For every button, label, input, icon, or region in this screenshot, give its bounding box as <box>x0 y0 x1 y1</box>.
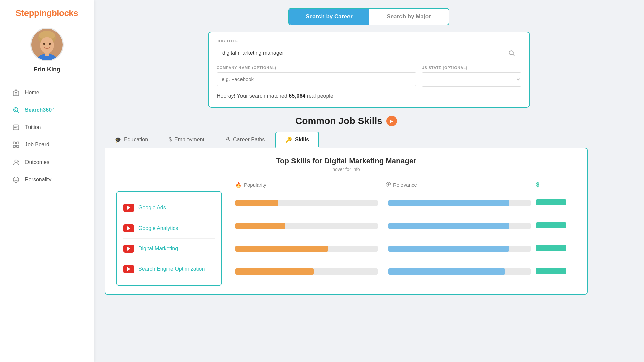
salary-bar-2 <box>536 222 566 228</box>
tab-search-by-major[interactable]: Search by Major <box>369 9 449 25</box>
svg-rect-13 <box>17 145 19 147</box>
relevance-bar-bg-1 <box>388 200 531 206</box>
svg-rect-10 <box>13 142 15 144</box>
relevance-bar-fill-4 <box>388 268 505 275</box>
home-icon <box>12 88 20 97</box>
popularity-bar-bg-3 <box>235 246 378 252</box>
relevance-icon <box>386 182 391 188</box>
col-popularity-header: 🔥 Popularity <box>235 182 386 188</box>
sidebar-item-jobboard[interactable]: Job Board <box>0 136 94 154</box>
svg-point-14 <box>15 160 17 162</box>
state-label: US STATE (OPTIONAL) <box>422 66 521 70</box>
sidebar-item-jobboard-label: Job Board <box>25 142 49 148</box>
personality-icon <box>12 176 20 184</box>
salary-bars <box>536 191 576 286</box>
sidebar-nav: Home Search360° Tuition <box>0 84 94 188</box>
sidebar-item-personality-label: Personality <box>25 177 51 183</box>
sidebar-item-tuition-label: Tuition <box>25 124 41 130</box>
search360-icon <box>12 106 20 114</box>
sidebar-item-personality[interactable]: Personality <box>0 171 94 188</box>
salary-label: $ <box>536 181 539 188</box>
tab-employment-label: Employment <box>174 137 204 143</box>
state-field-wrap: US STATE (OPTIONAL) Alabama Alaska Calif… <box>422 66 521 87</box>
state-select[interactable]: Alabama Alaska California New York Texas <box>422 72 521 87</box>
youtube-icon-4 <box>123 265 134 273</box>
avatar-image <box>31 28 63 61</box>
salary-row-4 <box>536 259 576 282</box>
relevance-bar-fill-3 <box>388 246 509 252</box>
relevance-row-4 <box>383 260 536 283</box>
relevance-label: Relevance <box>393 182 417 188</box>
relevance-bar-fill-2 <box>388 223 509 229</box>
relevance-bar-fill-1 <box>388 200 509 206</box>
col-salary-header: $ <box>536 181 576 188</box>
match-count: 65,064 <box>289 93 305 99</box>
youtube-icon-1 <box>123 204 134 212</box>
relevance-bar-bg-2 <box>388 223 531 229</box>
tab-career-paths[interactable]: Career Paths <box>215 132 275 148</box>
user-name: Erin King <box>34 66 60 73</box>
sidebar-item-search360[interactable]: Search360° <box>0 101 94 119</box>
tab-skills[interactable]: 🔑 Skills <box>275 132 319 148</box>
tab-education[interactable]: 🎓 Education <box>105 132 158 148</box>
sidebar-item-search360-label: Search360° <box>25 107 54 113</box>
skill-name-google-analytics: Google Analytics <box>138 225 178 231</box>
salary-bar-3 <box>536 245 566 251</box>
col-relevance-header: Relevance <box>386 182 536 188</box>
skill-name-google-ads: Google Ads <box>138 205 166 211</box>
fire-icon: 🔥 <box>235 182 242 188</box>
popularity-label: Popularity <box>244 182 266 188</box>
svg-point-5 <box>49 43 51 45</box>
popularity-bars <box>230 191 383 286</box>
optional-fields-row: COMPANY NAME (OPTIONAL) US STATE (OPTION… <box>217 66 521 87</box>
sidebar-item-outcomes[interactable]: Outcomes <box>0 154 94 171</box>
bar-row-3 <box>230 237 383 260</box>
popularity-bar-fill-2 <box>235 223 285 229</box>
popularity-bar-bg-1 <box>235 200 378 206</box>
sidebar-item-outcomes-label: Outcomes <box>25 159 49 165</box>
education-icon: 🎓 <box>115 137 121 143</box>
tab-employment[interactable]: $ Employment <box>159 132 214 148</box>
search-button[interactable] <box>502 46 521 60</box>
relevance-row-2 <box>383 215 536 237</box>
skills-list-box: Google Ads Google Analytics Digital Mark… <box>116 191 222 286</box>
relevance-row-3 <box>383 237 536 260</box>
match-text-post: real people. <box>305 93 335 99</box>
relevance-row-1 <box>383 192 536 215</box>
popularity-bar-bg-2 <box>235 223 378 229</box>
svg-rect-11 <box>17 142 19 144</box>
skills-icon: 🔑 <box>285 137 292 143</box>
skill-entry-seo[interactable]: Search Engine Optimization <box>123 259 215 279</box>
svg-rect-7 <box>45 52 49 56</box>
skill-entry-google-ads[interactable]: Google Ads <box>123 198 215 218</box>
app-logo: Steppingblocks <box>16 8 78 18</box>
match-text-pre: Hooray! Your search matched <box>217 93 289 99</box>
play-button[interactable]: ▶ <box>386 116 397 126</box>
relevance-bar-bg-3 <box>388 246 531 252</box>
career-paths-icon <box>225 136 230 143</box>
content-tabs: 🎓 Education $ Employment Career Paths 🔑 … <box>105 132 588 148</box>
jobboard-icon <box>12 141 20 149</box>
salary-row-2 <box>536 214 576 237</box>
skill-entry-google-analytics[interactable]: Google Analytics <box>123 218 215 239</box>
skill-entry-digital-marketing[interactable]: Digital Marketing <box>123 239 215 259</box>
sidebar-item-home[interactable]: Home <box>0 84 94 101</box>
sidebar-item-home-label: Home <box>25 89 39 96</box>
bar-row-1 <box>230 192 383 215</box>
tab-search-by-career[interactable]: Search by Career <box>289 9 369 25</box>
salary-row-1 <box>536 191 576 214</box>
tuition-icon <box>12 123 20 131</box>
salary-row-3 <box>536 237 576 259</box>
skills-content-title: Top Skills for Digital Marketing Manager <box>116 157 576 165</box>
job-title-row <box>217 46 521 60</box>
search-icon <box>508 50 515 56</box>
tab-career-paths-label: Career Paths <box>233 137 265 143</box>
popularity-bar-fill-1 <box>235 200 278 206</box>
bar-row-4 <box>230 260 383 283</box>
search-container: JOB TITLE COMPANY NAME (OPTIONAL) US STA… <box>208 32 530 108</box>
sidebar-item-tuition[interactable]: Tuition <box>0 119 94 136</box>
job-title-input[interactable] <box>217 46 502 60</box>
youtube-icon-2 <box>123 224 134 232</box>
company-input[interactable] <box>217 72 416 86</box>
job-title-label: JOB TITLE <box>217 39 521 43</box>
